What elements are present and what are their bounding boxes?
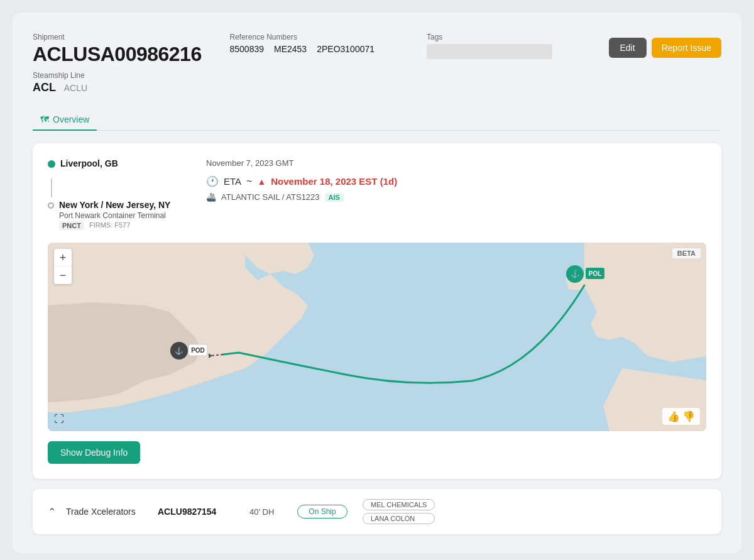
header-middle: Reference Numbers 8500839 ME2453 2PEO310… — [215, 33, 412, 54]
thumbs-up-icon[interactable]: 👍 — [667, 410, 680, 422]
route-origin: Liverpool, GB — [48, 158, 186, 168]
eta-label: ETA — [224, 176, 241, 187]
tab-bar: 🗺 Overview — [33, 109, 721, 131]
destination-city: New York / New Jersey, NY — [59, 200, 170, 210]
ref-num-3: 2PEO3100071 — [317, 44, 374, 54]
cargo-row: ⌃ Trade Xcelerators ACLU9827154 40' DH O… — [33, 489, 721, 534]
ref-num-2: ME2453 — [274, 44, 307, 54]
route-connector-line — [51, 178, 52, 197]
main-card: Liverpool, GB New York / New Jersey, NY … — [33, 143, 721, 479]
tags-label: Tags — [427, 33, 609, 41]
vessel-row: 🚢 ATLANTIC SAIL / ATS1223 AIS — [206, 192, 706, 202]
svg-text:POD: POD — [191, 347, 205, 354]
tags-bar — [427, 44, 552, 59]
eta-row: 🕐 ETA ~ ▲ November 18, 2023 EST (1d) — [206, 175, 706, 187]
tab-overview-label: Overview — [53, 114, 89, 124]
shipment-id: ACLUSA00986216 — [33, 43, 215, 66]
reference-numbers: 8500839 ME2453 2PEO3100071 — [230, 44, 412, 54]
cargo-tags: MEL CHEMICALS LANA COLON — [363, 499, 435, 524]
steamship-label: Steamship Line — [33, 71, 215, 80]
dest-code: PNCT — [59, 221, 84, 230]
map-beta-badge: BETA — [672, 248, 701, 259]
show-debug-button[interactable]: Show Debug Info — [48, 441, 140, 464]
clock-icon: 🕐 — [206, 175, 219, 187]
origin-city: Liverpool, GB — [60, 158, 118, 168]
reference-label: Reference Numbers — [230, 33, 412, 41]
route-section: Liverpool, GB New York / New Jersey, NY … — [48, 158, 706, 230]
zoom-in-button[interactable]: + — [54, 249, 72, 266]
ais-badge: AIS — [325, 193, 344, 202]
svg-text:⚓: ⚓ — [175, 346, 183, 355]
map-controls: + − — [54, 249, 72, 284]
ref-num-1: 8500839 — [230, 44, 265, 54]
fullscreen-icon: ⛶ — [54, 414, 64, 424]
map-feedback: 👍 👎 — [662, 408, 700, 425]
steamship-name: ACL — [33, 81, 56, 94]
eta-date: November 18, 2023 EST (1d) — [271, 176, 397, 187]
svg-text:⚓: ⚓ — [571, 269, 580, 278]
route-left: Liverpool, GB New York / New Jersey, NY … — [48, 158, 186, 230]
eta-up-arrow: ▲ — [257, 177, 266, 187]
cargo-status-badge: On Ship — [297, 505, 347, 519]
cargo-company: Trade Xcelerators — [66, 507, 148, 517]
destination-dot — [48, 202, 54, 209]
expand-icon[interactable]: ⌃ — [48, 506, 56, 518]
map-container: ⚓ POL ⚓ POD + − — [48, 243, 706, 431]
cargo-tag-2: LANA COLON — [363, 513, 435, 524]
steamship-value: ACL ACLU — [33, 81, 215, 94]
svg-text:POL: POL — [589, 270, 602, 277]
header-tags: Tags — [412, 33, 609, 59]
origin-dot — [48, 160, 55, 168]
map-icon: 🗺 — [40, 114, 49, 124]
dest-firms: FIRMS: F577 — [89, 221, 130, 230]
cargo-container-id: ACLU9827154 — [158, 507, 239, 517]
destination-details: New York / New Jersey, NY Port Newark Co… — [59, 200, 170, 230]
fullscreen-button[interactable]: ⛶ — [54, 414, 64, 425]
report-issue-button[interactable]: Report Issue — [652, 38, 721, 58]
zoom-out-button[interactable]: − — [54, 266, 72, 284]
cargo-size: 40' DH — [249, 507, 287, 517]
header-section: Shipment ACLUSA00986216 Steamship Line A… — [33, 33, 721, 94]
vessel-icon: 🚢 — [206, 192, 216, 202]
shipment-label: Shipment — [33, 33, 215, 41]
route-right: November 7, 2023 GMT 🕐 ETA ~ ▲ November … — [206, 158, 706, 230]
thumbs-down-icon[interactable]: 👎 — [682, 410, 695, 422]
page-container: Shipment ACLUSA00986216 Steamship Line A… — [13, 13, 741, 553]
cargo-tag-1: MEL CHEMICALS — [363, 499, 435, 510]
edit-button[interactable]: Edit — [609, 38, 647, 58]
header-left: Shipment ACLUSA00986216 Steamship Line A… — [33, 33, 215, 94]
departure-date: November 7, 2023 GMT — [206, 158, 706, 168]
destination-codes: PNCT FIRMS: F577 — [59, 221, 170, 230]
steamship-code: ACLU — [64, 83, 87, 93]
tab-overview[interactable]: 🗺 Overview — [33, 109, 97, 131]
header-actions: Edit Report Issue — [609, 33, 722, 58]
map-svg: ⚓ POL ⚓ POD — [48, 243, 706, 431]
eta-tilde: ~ — [246, 176, 252, 187]
route-destination: New York / New Jersey, NY Port Newark Co… — [48, 200, 186, 230]
vessel-name: ATLANTIC SAIL / ATS1223 — [221, 192, 320, 202]
destination-terminal: Port Newark Container Terminal — [59, 211, 170, 220]
